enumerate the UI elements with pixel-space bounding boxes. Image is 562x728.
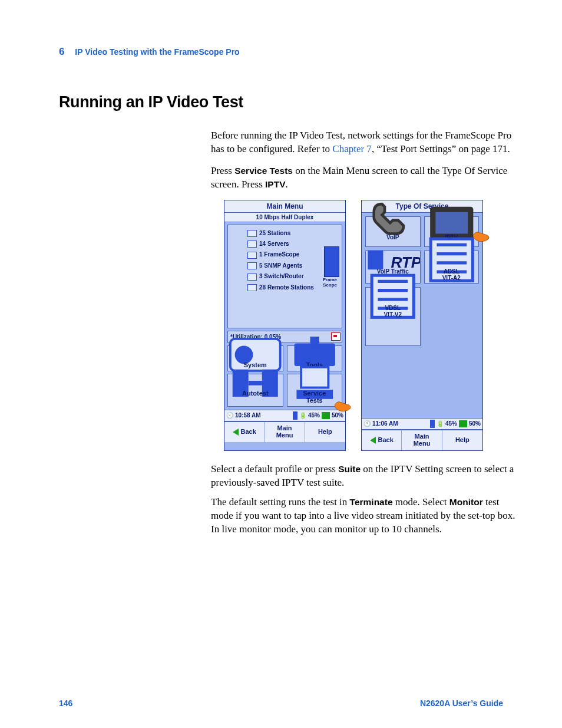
- intro-text-after: , “Test Port Settings” on page 171.: [372, 143, 510, 154]
- adsl-button-label: ADSL VIT-A2: [442, 268, 461, 281]
- screen1-status-bar: 🕙 10:58 AM 45% 50%: [224, 410, 345, 421]
- adsl-button[interactable]: ADSL VIT-A2: [424, 251, 480, 284]
- voip-button-label: VoIP: [386, 234, 399, 241]
- empty-cell: [424, 287, 480, 346]
- router-icon: [247, 274, 257, 281]
- pointer-hand-icon: [471, 228, 491, 243]
- step-1: 1 Press Service Tests on the Main Menu s…: [211, 164, 517, 192]
- framescope-icon: [247, 252, 257, 259]
- screen2-battery: 45%: [445, 420, 457, 427]
- framescope-device-icon: [324, 246, 339, 277]
- screen2-navbar: Back Main Menu Help: [362, 430, 482, 450]
- screen1-time: 10:58 AM: [235, 412, 261, 419]
- vdsl-button[interactable]: VDSL VIT-V2: [365, 287, 421, 346]
- system-icon: [228, 350, 283, 360]
- autotest-button-label: Autotest: [242, 390, 269, 397]
- phone-icon: [366, 219, 420, 232]
- page-header: 6 IP Video Testing with the FrameScope P…: [59, 46, 503, 58]
- screen-type-of-service: Type Of Service VoIP IPTV RTP VoIP Traff…: [361, 200, 483, 451]
- connector-icon: [430, 420, 435, 428]
- guide-title-footer: N2620A User’s Guide: [420, 699, 503, 708]
- screen2-link-pct: 50%: [469, 420, 481, 427]
- svg-rect-3: [310, 337, 319, 345]
- step-2: 2 Select a default profile or press Suit…: [211, 463, 517, 490]
- svg-rect-10: [368, 250, 383, 269]
- back-button[interactable]: Back: [224, 422, 265, 442]
- back-arrow-icon: [370, 437, 376, 444]
- step-1-text-a: Press: [211, 165, 234, 176]
- step-1-bold-iptv: IPTV: [265, 179, 285, 189]
- screen1-battery: 45%: [308, 412, 320, 419]
- screen2-status-bar: 🕚 11:06 AM 45% 50%: [362, 418, 482, 430]
- autotest-button[interactable]: Autotest: [227, 374, 283, 407]
- screen2-time: 11:06 AM: [372, 420, 398, 427]
- rtp-icon: RTP: [366, 253, 420, 266]
- service-tests-button-label: Service Tests: [303, 390, 326, 404]
- voip-button[interactable]: VoIP: [365, 216, 421, 247]
- battery-icon: [299, 412, 306, 419]
- connector-icon: [293, 411, 297, 420]
- help-button[interactable]: Help: [305, 422, 345, 442]
- back-button-label: Back: [241, 429, 256, 436]
- device-screenshots: Main Menu 10 Mbps Half Duplex Frame Scop…: [224, 200, 503, 451]
- step-3-text-c: mode. Select: [393, 496, 449, 508]
- remote-icon: [247, 284, 257, 291]
- step-1-text-e: .: [286, 179, 288, 190]
- chapter-link[interactable]: Chapter 7: [332, 143, 372, 154]
- snmp-icon: [247, 262, 257, 269]
- screen1-titlebar: Main Menu: [224, 200, 345, 213]
- autotest-icon: [228, 378, 283, 388]
- step-2-bold-suite: Suite: [338, 464, 361, 474]
- tree-stations: 25 Stations: [247, 230, 340, 237]
- body-column: Before running the IP Video Test, networ…: [211, 129, 517, 192]
- framescope-device-label: Frame Scope: [319, 277, 340, 288]
- network-tree-panel: Frame Scope 25 Stations 14 Servers 1 Fra…: [227, 225, 342, 328]
- tools-icon: [287, 350, 342, 360]
- step-2-text-a: Select a default profile or press: [211, 463, 338, 475]
- page-number: 146: [59, 699, 72, 708]
- servers-icon: [247, 241, 257, 248]
- step-3: 3 The default setting runs the test in T…: [211, 496, 517, 536]
- chapter-number: 6: [59, 46, 64, 57]
- intro-paragraph: Before running the IP Video Test, networ…: [211, 129, 517, 156]
- back-arrow-icon: [233, 429, 239, 436]
- step-1-bold-service-tests: Service Tests: [234, 166, 293, 176]
- svg-rect-6: [301, 367, 328, 388]
- step-3-bold-terminate: Terminate: [350, 497, 393, 507]
- back-button-label: Back: [378, 437, 394, 444]
- screen-main-menu: Main Menu 10 Mbps Half Duplex Frame Scop…: [224, 200, 346, 451]
- vdsl-button-label: VDSL VIT-V2: [384, 305, 402, 318]
- screen1-link-pct: 50%: [332, 412, 343, 419]
- service-tests-icon: [287, 378, 342, 388]
- chapter-title: IP Video Testing with the FrameScope Pro: [75, 47, 239, 57]
- screen1-navbar: Back Main Menu Help: [224, 421, 345, 442]
- stations-icon: [247, 230, 257, 237]
- step-3-text-a: The default setting runs the test in: [211, 496, 350, 508]
- clock-icon: 🕙: [226, 412, 233, 419]
- battery-icon: [437, 420, 444, 427]
- screen1-subbar: 10 Mbps Half Duplex: [224, 213, 345, 222]
- step-3-bold-monitor: Monitor: [449, 497, 483, 507]
- section-heading: Running an IP Video Test: [59, 93, 503, 111]
- clock-icon: 🕚: [363, 420, 371, 427]
- pointer-hand-icon: [332, 397, 352, 413]
- main-menu-button[interactable]: Main Menu: [402, 430, 442, 450]
- vdsl-icon: [366, 290, 420, 303]
- body-column-lower: 2 Select a default profile or press Suit…: [211, 463, 517, 536]
- adsl-icon: [425, 253, 479, 266]
- svg-rect-9: [435, 212, 468, 234]
- link-icon: [459, 420, 467, 427]
- main-menu-button[interactable]: Main Menu: [265, 422, 305, 442]
- back-button[interactable]: Back: [362, 430, 402, 450]
- link-icon: [322, 412, 330, 419]
- help-button[interactable]: Help: [442, 430, 482, 450]
